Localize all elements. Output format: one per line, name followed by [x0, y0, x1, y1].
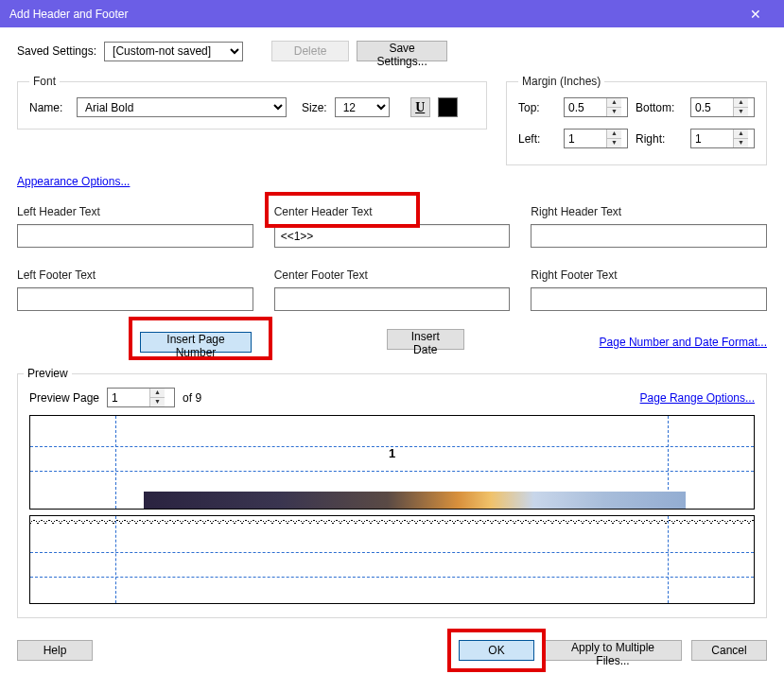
center-header-input[interactable] [274, 224, 511, 248]
dialog-body: Saved Settings: [Custom-not saved] Delet… [0, 27, 784, 631]
apply-multiple-button[interactable]: Apply to Multiple Files... [544, 640, 682, 661]
insert-date-button[interactable]: Insert Date [387, 329, 464, 350]
insert-page-number-button[interactable]: Insert Page Number [140, 332, 252, 353]
left-footer-label: Left Footer Text [17, 268, 253, 282]
margin-fieldset: Margin (Inches) Top: ▲▼ Bottom: ▲▼ Left:… [506, 75, 767, 165]
center-header-label: Center Header Text [274, 205, 511, 218]
preview-legend: Preview [24, 367, 72, 380]
close-icon[interactable]: ✕ [737, 7, 775, 22]
page-number-format-link[interactable]: Page Number and Date Format... [600, 336, 767, 349]
right-footer-label: Right Footer Text [531, 268, 767, 282]
preview-fieldset: Preview Preview Page ▲▼ of 9 Page Range … [17, 373, 767, 618]
margin-top-input[interactable]: ▲▼ [564, 97, 628, 117]
scallop-edge [30, 516, 754, 524]
titlebar: Add Header and Footer ✕ [0, 0, 784, 27]
saved-settings-label: Saved Settings: [17, 44, 96, 58]
header-footer-grid: Left Header Text Center Header Text Righ… [17, 205, 767, 311]
save-settings-button[interactable]: Save Settings... [357, 41, 447, 61]
delete-button: Delete [271, 41, 349, 61]
font-size-label: Size: [302, 101, 327, 114]
dialog-footer: Help OK Apply to Multiple Files... Cance… [17, 640, 767, 661]
center-footer-label: Center Footer Text [274, 268, 511, 282]
font-row: Name: Arial Bold Size: 12 U [29, 97, 475, 117]
page-range-link[interactable]: Page Range Options... [640, 391, 755, 405]
left-header-label: Left Header Text [17, 205, 253, 218]
font-name-select[interactable]: Arial Bold [77, 97, 287, 117]
margin-legend: Margin (Inches) [518, 75, 604, 88]
preview-page-label: Preview Page [29, 391, 99, 405]
insert-row: Insert Page Number Insert Date Page Numb… [17, 328, 767, 356]
margin-right-input[interactable]: ▲▼ [690, 129, 755, 148]
preview-page-input[interactable]: ▲▼ [107, 388, 175, 407]
font-margin-row: Font Name: Arial Bold Size: 12 U Margin … [17, 75, 767, 165]
margin-top-label: Top: [518, 101, 556, 114]
font-size-select[interactable]: 12 [335, 97, 390, 117]
help-button[interactable]: Help [17, 640, 93, 661]
preview-footer-page [29, 515, 755, 604]
margin-left-label: Left: [518, 132, 556, 146]
preview-page-number: 1 [389, 446, 395, 460]
margin-bottom-input[interactable]: ▲▼ [690, 97, 755, 117]
margin-right-label: Right: [636, 132, 683, 146]
underline-button[interactable]: U [410, 97, 430, 117]
margin-bottom-label: Bottom: [636, 101, 683, 114]
center-footer-input[interactable] [274, 287, 511, 311]
saved-settings-row: Saved Settings: [Custom-not saved] Delet… [17, 41, 767, 61]
margin-left-input[interactable]: ▲▼ [564, 129, 628, 148]
font-fieldset: Font Name: Arial Bold Size: 12 U [17, 75, 487, 130]
appearance-options-row: Appearance Options... [17, 175, 767, 188]
font-legend: Font [29, 75, 60, 88]
saved-settings-select[interactable]: [Custom-not saved] [104, 42, 243, 61]
preview-page-row: Preview Page ▲▼ of 9 Page Range Options.… [29, 388, 755, 407]
ok-button[interactable]: OK [459, 640, 534, 661]
preview-header-page: 1 [29, 415, 755, 510]
right-footer-input[interactable] [531, 287, 767, 311]
cancel-button[interactable]: Cancel [691, 640, 767, 661]
font-name-label: Name: [29, 101, 69, 114]
font-color-swatch[interactable] [438, 97, 458, 117]
preview-content-band [144, 492, 686, 509]
left-header-input[interactable] [17, 224, 253, 248]
appearance-options-link[interactable]: Appearance Options... [17, 175, 130, 188]
left-footer-input[interactable] [17, 287, 253, 311]
right-header-label: Right Header Text [531, 205, 767, 218]
preview-of-label: of 9 [183, 391, 201, 405]
right-header-input[interactable] [531, 224, 767, 248]
window-title: Add Header and Footer [9, 8, 737, 21]
